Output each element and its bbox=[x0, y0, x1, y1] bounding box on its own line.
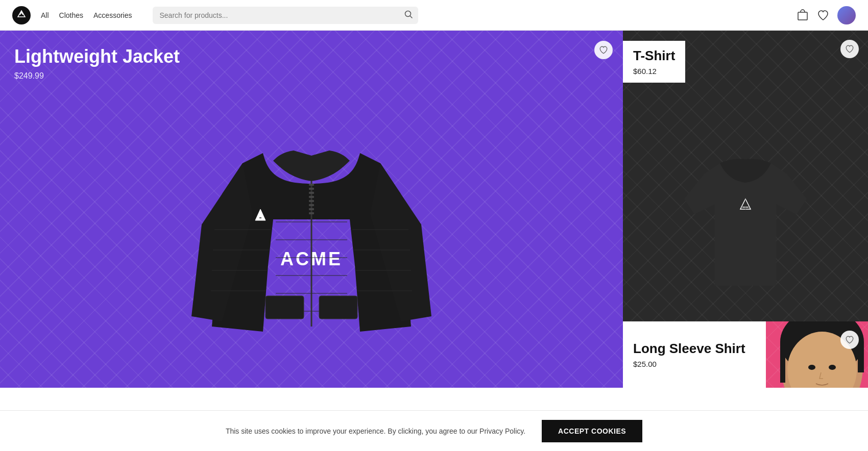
longsleeve-card[interactable]: Long Sleeve Shirt $25.00 bbox=[623, 321, 868, 388]
cookie-message: This site uses cookies to improve your e… bbox=[226, 427, 525, 435]
nav-clothes[interactable]: Clothes bbox=[59, 11, 83, 19]
jacket-price: $249.99 bbox=[14, 71, 44, 81]
svg-rect-5 bbox=[309, 192, 314, 194]
svg-text:ACME: ACME bbox=[280, 248, 343, 269]
wishlist-button[interactable] bbox=[817, 9, 829, 21]
tshirt-title: T-Shirt bbox=[633, 48, 675, 64]
logo[interactable] bbox=[12, 6, 31, 24]
svg-rect-6 bbox=[309, 196, 314, 198]
nav-accessories[interactable]: Accessories bbox=[93, 11, 132, 19]
search-icon bbox=[404, 10, 413, 19]
cookie-banner: This site uses cookies to improve your e… bbox=[0, 410, 868, 451]
svg-rect-32 bbox=[780, 342, 785, 383]
svg-rect-1 bbox=[798, 12, 807, 20]
svg-rect-4 bbox=[309, 188, 314, 190]
svg-rect-8 bbox=[309, 204, 314, 206]
svg-point-35 bbox=[808, 365, 815, 370]
product-grid: Lightweight Jacket $249.99 bbox=[0, 31, 868, 410]
cart-button[interactable] bbox=[797, 9, 809, 21]
tshirt-image bbox=[664, 133, 827, 316]
tshirt-price: $60.12 bbox=[633, 67, 675, 76]
cookie-message-text: This site uses cookies to improve your e… bbox=[226, 427, 525, 435]
nav-all[interactable]: All bbox=[41, 11, 49, 19]
svg-rect-9 bbox=[309, 208, 314, 210]
jacket-wishlist-button[interactable] bbox=[594, 41, 613, 59]
jacket-heart-icon bbox=[599, 45, 608, 55]
jacket-title: Lightweight Jacket bbox=[14, 46, 180, 67]
header-actions bbox=[797, 6, 856, 24]
tshirt-wishlist-button[interactable] bbox=[840, 40, 859, 58]
svg-rect-3 bbox=[309, 184, 314, 186]
svg-point-36 bbox=[829, 365, 836, 370]
svg-rect-7 bbox=[309, 200, 314, 202]
tshirt-card[interactable]: T-Shirt $60.12 bbox=[623, 31, 868, 321]
svg-rect-27 bbox=[266, 296, 304, 319]
cart-icon bbox=[797, 9, 809, 21]
longsleeve-price: $25.00 bbox=[633, 360, 756, 368]
svg-rect-28 bbox=[319, 296, 357, 319]
longsleeve-heart-icon bbox=[845, 335, 854, 344]
tshirt-info: T-Shirt $60.12 bbox=[623, 41, 685, 83]
accept-cookies-button[interactable]: ACCEPT COOKIES bbox=[542, 420, 642, 442]
search-input[interactable] bbox=[153, 7, 418, 24]
avatar[interactable] bbox=[837, 6, 856, 24]
jacket-image: ACME bbox=[171, 71, 452, 388]
heart-icon bbox=[817, 9, 829, 21]
logo-icon bbox=[17, 10, 26, 20]
main-nav: All Clothes Accessories bbox=[41, 11, 132, 19]
search-bar bbox=[153, 7, 418, 24]
longsleeve-title: Long Sleeve Shirt bbox=[633, 341, 756, 357]
svg-rect-10 bbox=[309, 212, 314, 214]
svg-point-0 bbox=[405, 11, 411, 16]
header: All Clothes Accessories bbox=[0, 0, 868, 31]
longsleeve-wishlist-button[interactable] bbox=[840, 331, 859, 349]
longsleeve-info: Long Sleeve Shirt $25.00 bbox=[623, 321, 766, 388]
search-button[interactable] bbox=[404, 10, 413, 21]
jacket-card[interactable]: Lightweight Jacket $249.99 bbox=[0, 31, 623, 388]
svg-rect-33 bbox=[858, 342, 864, 372]
tshirt-heart-icon bbox=[845, 44, 854, 54]
